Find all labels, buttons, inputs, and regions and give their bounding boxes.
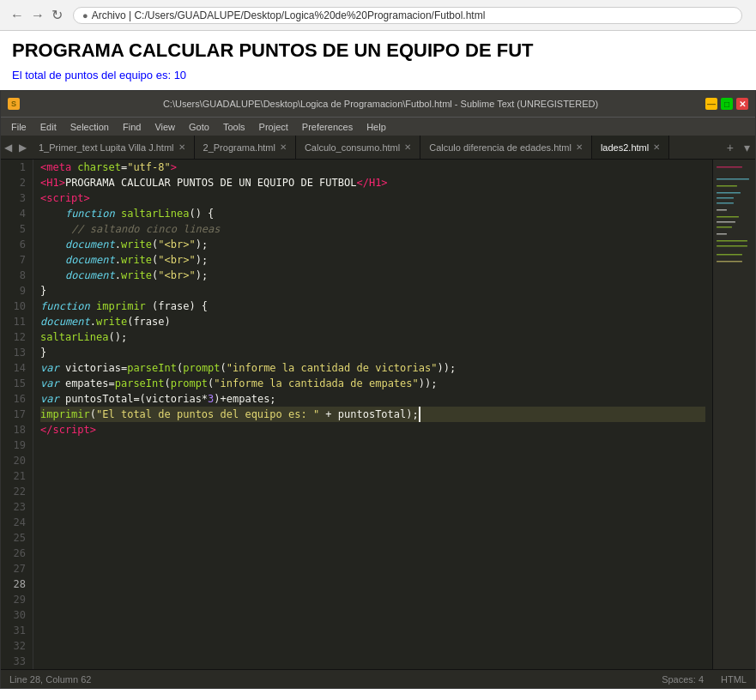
forward-button[interactable]: → (27, 8, 48, 23)
menu-edit[interactable]: Edit (33, 120, 64, 134)
code-line-20: } (40, 345, 705, 360)
svg-rect-2 (717, 178, 749, 180)
code-line-22: var victorias=parseInt(prompt("informe l… (40, 360, 705, 376)
maximize-button[interactable]: □ (721, 98, 733, 110)
tab-bar: ◀ ▶ 1_Primer_text Lupita Villa J.html ✕ … (1, 136, 755, 160)
code-line-11: document.write("<br>"); (40, 268, 705, 283)
tab-4-close[interactable]: ✕ (576, 142, 583, 152)
tab-5-close[interactable]: ✕ (653, 142, 660, 152)
ln-1: 1 (8, 160, 26, 175)
back-button[interactable]: ← (7, 8, 27, 23)
svg-rect-3 (717, 185, 737, 187)
svg-rect-10 (717, 226, 732, 228)
status-bar: Line 28, Column 62 Spaces: 4 HTML (1, 669, 755, 688)
address-text: Archivo | C:/Users/GUADALUPE/Desktop/Log… (92, 9, 486, 21)
tab-list-button[interactable]: ▾ (739, 141, 755, 154)
tab-add-button[interactable]: + (722, 141, 739, 154)
svg-rect-8 (717, 216, 739, 218)
menu-tools[interactable]: Tools (216, 120, 252, 134)
code-line-27: var puntosTotal=(victorias*3)+empates; (40, 391, 705, 407)
address-bar[interactable]: ● Archivo | C:/Users/GUADALUPE/Desktop/L… (73, 7, 742, 24)
svg-rect-13 (717, 245, 747, 247)
browser-bar: ← → ↻ ● Archivo | C:/Users/GUADALUPE/Des… (0, 0, 756, 31)
ln-21: 21 (8, 468, 26, 484)
sublime-titlebar: S C:\Users\GUADALUPE\Desktop\Logica de P… (1, 91, 755, 117)
ln-3: 3 (8, 190, 26, 206)
svg-rect-14 (717, 254, 742, 256)
menu-view[interactable]: View (148, 120, 182, 134)
svg-rect-6 (717, 202, 734, 204)
sublime-window: S C:\Users\GUADALUPE\Desktop\Logica de P… (0, 90, 756, 689)
ln-32: 32 (8, 638, 26, 654)
menu-goto[interactable]: Goto (182, 120, 216, 134)
code-area[interactable]: <meta charset="utf-8"> <H1>PROGRAMA CALC… (33, 160, 712, 669)
code-line-17: saltarLinea(); (40, 329, 705, 345)
tab-1-close[interactable]: ✕ (178, 142, 185, 152)
webpage-title: PROGRAMA CALCULAR PUNTOS DE UN EQUIPO DE… (12, 39, 744, 62)
ln-30: 30 (8, 607, 26, 623)
tab-2-close[interactable]: ✕ (280, 142, 287, 152)
code-line-7: function saltarLinea() { (40, 206, 705, 221)
ln-25: 25 (8, 530, 26, 546)
code-line-23: var empates=parseInt(prompt("informe la … (40, 376, 705, 391)
ln-11: 11 (8, 314, 26, 329)
tab-3-close[interactable]: ✕ (404, 142, 411, 152)
lock-icon: ● (82, 10, 88, 21)
ln-13: 13 (8, 345, 26, 360)
ln-8: 8 (8, 268, 26, 283)
code-line-9: document.write("<br>"); (40, 237, 705, 252)
code-line-3: <H1>PROGRAMA CALCULAR PUNTOS DE UN EQUIP… (40, 175, 705, 190)
titlebar-controls: — □ ✕ (702, 98, 748, 110)
minimize-button[interactable]: — (705, 98, 717, 110)
menu-file[interactable]: File (4, 120, 33, 134)
ln-31: 31 (8, 623, 26, 638)
code-line-1: <meta charset="utf-8"> (40, 160, 705, 175)
ln-2: 2 (8, 175, 26, 190)
code-line-28: imprimir("El total de puntos del equipo … (40, 407, 705, 422)
close-button[interactable]: ✕ (736, 98, 748, 110)
tab-4[interactable]: Calculo diferencia de edades.html ✕ (420, 136, 592, 160)
ln-12: 12 (8, 329, 26, 345)
sublime-logo: S (8, 98, 20, 110)
svg-rect-1 (717, 166, 742, 168)
tab-5[interactable]: lades2.html ✕ (592, 136, 669, 160)
code-line-5: <script> (40, 190, 705, 206)
tab-2[interactable]: 2_Programa.html ✕ (195, 136, 296, 160)
ln-24: 24 (8, 515, 26, 530)
tab-prev-button[interactable]: ◀ (1, 142, 15, 154)
menu-project[interactable]: Project (252, 120, 295, 134)
status-spaces: Spaces: 4 (662, 674, 704, 685)
ln-4: 4 (8, 206, 26, 221)
svg-rect-12 (717, 240, 747, 242)
ln-28: 28 (8, 576, 26, 592)
ln-29: 29 (8, 592, 26, 607)
svg-rect-0 (713, 160, 755, 640)
svg-rect-5 (717, 197, 734, 199)
tab-controls: + ▾ (722, 141, 755, 154)
svg-rect-9 (717, 221, 735, 223)
tab-1[interactable]: 1_Primer_text Lupita Villa J.html ✕ (30, 136, 195, 160)
ln-20: 20 (8, 453, 26, 468)
ln-14: 14 (8, 360, 26, 376)
menu-preferences[interactable]: Preferences (295, 120, 360, 134)
webpage-content: PROGRAMA CALCULAR PUNTOS DE UN EQUIPO DE… (0, 31, 756, 90)
webpage-output: El total de puntos del equipo es: 10 (12, 69, 744, 81)
status-position: Line 28, Column 62 (9, 674, 91, 685)
ln-15: 15 (8, 376, 26, 391)
tab-3[interactable]: Calculo_consumo.html ✕ (296, 136, 420, 160)
menu-help[interactable]: Help (360, 120, 393, 134)
ln-22: 22 (8, 484, 26, 499)
code-line-16: document.write(frase) (40, 314, 705, 329)
ln-26: 26 (8, 546, 26, 561)
line-gutter: 1 2 3 4 5 6 7 8 9 10 11 12 13 14 15 16 1… (1, 160, 33, 669)
ln-19: 19 (8, 438, 26, 453)
menu-find[interactable]: Find (116, 120, 148, 134)
svg-rect-7 (717, 209, 727, 211)
code-line-32: </script> (40, 422, 705, 438)
ln-7: 7 (8, 252, 26, 268)
ln-16: 16 (8, 391, 26, 407)
tab-next-button[interactable]: ▶ (15, 142, 30, 154)
reload-button[interactable]: ↻ (48, 7, 66, 23)
menu-selection[interactable]: Selection (64, 120, 116, 134)
code-line-10: document.write("<br>"); (40, 252, 705, 268)
